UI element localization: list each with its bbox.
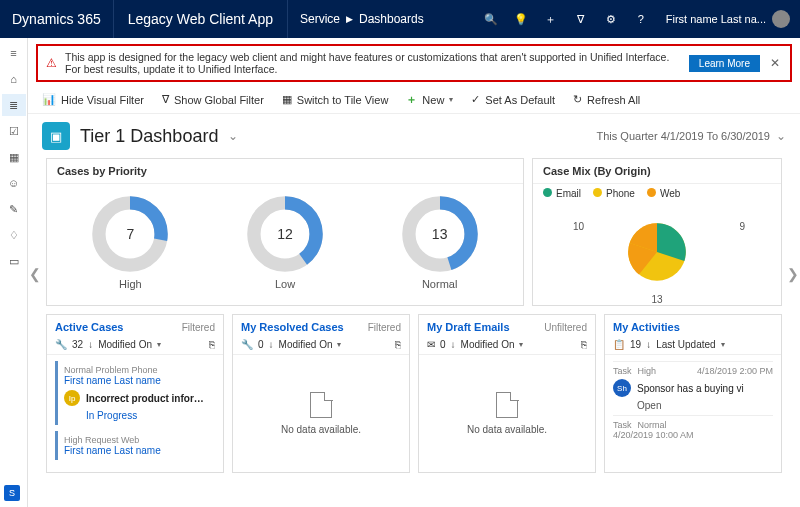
side-rail: ≡ ⌂ ≣ ☑ ▦ ☺ ✎ ♢ ▭ S bbox=[0, 38, 28, 507]
user-name: First name Last na... bbox=[666, 13, 766, 25]
no-data: No data available. bbox=[419, 355, 595, 472]
view-options-icon[interactable]: ⎘ bbox=[209, 339, 215, 350]
show-global-filter-button[interactable]: ∇Show Global Filter bbox=[162, 93, 264, 106]
brand[interactable]: Dynamics 365 bbox=[0, 0, 114, 38]
close-icon[interactable]: ✕ bbox=[768, 56, 782, 70]
top-navbar: Dynamics 365 Legacy Web Client App Servi… bbox=[0, 0, 800, 38]
chevron-down-icon[interactable]: ⌄ bbox=[228, 129, 238, 143]
avatar: Sh bbox=[613, 379, 631, 397]
wrench-icon[interactable]: 🔧 bbox=[55, 339, 67, 350]
clipboard-icon[interactable]: 📋 bbox=[613, 339, 625, 350]
app-name[interactable]: Legacy Web Client App bbox=[114, 0, 288, 38]
view-options-icon[interactable]: ⎘ bbox=[395, 339, 401, 350]
my-activities-panel: My Activities 📋19↓Last Updated▾ TaskHigh… bbox=[604, 314, 782, 473]
sort-arrow-icon[interactable]: ↓ bbox=[646, 339, 651, 350]
chart-icon: 📊 bbox=[42, 93, 56, 106]
sort-field[interactable]: Last Updated bbox=[656, 339, 716, 350]
legend: Email Phone Web bbox=[533, 184, 781, 203]
chevron-down-icon: ▾ bbox=[449, 95, 453, 104]
panel-title[interactable]: My Activities bbox=[613, 321, 680, 333]
list-item[interactable]: Normal Problem Phone First name Last nam… bbox=[55, 361, 215, 425]
legacy-warning-banner: ⚠ This app is designed for the legacy we… bbox=[36, 44, 792, 82]
chevron-down-icon[interactable]: ▾ bbox=[519, 340, 523, 349]
rail-kb-icon[interactable]: ▭ bbox=[2, 250, 26, 272]
filter-state: Filtered bbox=[182, 322, 215, 333]
breadcrumb-page[interactable]: Dashboards bbox=[359, 12, 424, 26]
panel-title[interactable]: My Resolved Cases bbox=[241, 321, 344, 333]
filter-state: Unfiltered bbox=[544, 322, 587, 333]
list-item[interactable]: TaskHigh4/18/2019 2:00 PM ShSponsor has … bbox=[613, 361, 773, 415]
sort-arrow-icon[interactable]: ↓ bbox=[88, 339, 93, 350]
sort-arrow-icon[interactable]: ↓ bbox=[269, 339, 274, 350]
rail-queues-icon[interactable]: ♢ bbox=[2, 224, 26, 246]
cases-by-priority-card: Cases by Priority 7 High 12 Low 13 Norma bbox=[46, 158, 524, 306]
rail-bottom-badge[interactable]: S bbox=[4, 485, 20, 501]
filter-state: Filtered bbox=[368, 322, 401, 333]
resolved-cases-panel: My Resolved CasesFiltered 🔧0↓Modified On… bbox=[232, 314, 410, 473]
learn-more-button[interactable]: Learn More bbox=[689, 55, 760, 72]
count: 19 bbox=[630, 339, 641, 350]
view-options-icon[interactable]: ⎘ bbox=[581, 339, 587, 350]
refresh-all-button[interactable]: ↻Refresh All bbox=[573, 93, 640, 106]
donut-low[interactable]: 12 Low bbox=[245, 194, 325, 290]
search-icon[interactable]: 🔍 bbox=[476, 0, 506, 38]
rail-contacts-icon[interactable]: ☺ bbox=[2, 172, 26, 194]
scroll-left-button[interactable]: ❮ bbox=[28, 244, 44, 304]
draft-emails-panel: My Draft EmailsUnfiltered ✉0↓Modified On… bbox=[418, 314, 596, 473]
pie-chart[interactable]: 9 10 13 bbox=[533, 203, 781, 305]
switch-tile-view-button[interactable]: ▦Switch to Tile View bbox=[282, 93, 389, 106]
sort-field[interactable]: Modified On bbox=[461, 339, 515, 350]
chevron-down-icon[interactable]: ▾ bbox=[157, 340, 161, 349]
scroll-right-button[interactable]: ❯ bbox=[784, 244, 800, 304]
hide-visual-filter-button[interactable]: 📊Hide Visual Filter bbox=[42, 93, 144, 106]
sort-arrow-icon[interactable]: ↓ bbox=[451, 339, 456, 350]
document-icon bbox=[496, 392, 518, 418]
pie-label-phone: 13 bbox=[651, 294, 662, 305]
user-menu[interactable]: First name Last na... bbox=[656, 0, 800, 38]
rail-menu-icon[interactable]: ≡ bbox=[2, 42, 26, 64]
case-mix-card: Case Mix (By Origin) Email Phone Web bbox=[532, 158, 782, 306]
filter-icon[interactable]: ∇ bbox=[566, 0, 596, 38]
donut-normal[interactable]: 13 Normal bbox=[400, 194, 480, 290]
rail-accounts-icon[interactable]: ▦ bbox=[2, 146, 26, 168]
panel-title[interactable]: My Draft Emails bbox=[427, 321, 510, 333]
count: 0 bbox=[440, 339, 446, 350]
rail-activities-icon[interactable]: ☑ bbox=[2, 120, 26, 142]
mail-icon[interactable]: ✉ bbox=[427, 339, 435, 350]
chevron-down-icon[interactable]: ▾ bbox=[337, 340, 341, 349]
rail-home-icon[interactable]: ⌂ bbox=[2, 68, 26, 90]
settings-icon[interactable]: ⚙ bbox=[596, 0, 626, 38]
help-icon[interactable]: ? bbox=[626, 0, 656, 38]
breadcrumb-area[interactable]: Service bbox=[300, 12, 340, 26]
rail-cases-icon[interactable]: ✎ bbox=[2, 198, 26, 220]
donut-high[interactable]: 7 High bbox=[90, 194, 170, 290]
list-item[interactable]: TaskNormal 4/20/2019 10:00 AM bbox=[613, 415, 773, 444]
add-icon[interactable]: ＋ bbox=[536, 0, 566, 38]
warning-icon: ⚠ bbox=[46, 56, 57, 70]
avatar bbox=[772, 10, 790, 28]
sort-field[interactable]: Modified On bbox=[98, 339, 152, 350]
active-cases-panel: Active CasesFiltered 🔧32↓Modified On▾⎘ N… bbox=[46, 314, 224, 473]
page-title[interactable]: Tier 1 Dashboard bbox=[80, 126, 218, 147]
avatar: Ip bbox=[64, 390, 80, 406]
dashboard-title-bar: ▣ Tier 1 Dashboard ⌄ This Quarter 4/1/20… bbox=[28, 114, 800, 154]
set-default-button[interactable]: ✓Set As Default bbox=[471, 93, 555, 106]
pie-label-email: 9 bbox=[739, 221, 745, 232]
sort-field[interactable]: Modified On bbox=[279, 339, 333, 350]
date-range-picker[interactable]: This Quarter 4/1/2019 To 6/30/2019⌄ bbox=[597, 129, 786, 143]
new-button[interactable]: ＋New▾ bbox=[406, 92, 453, 107]
rail-dashboard-icon[interactable]: ≣ bbox=[2, 94, 26, 116]
tiles-icon: ▦ bbox=[282, 93, 292, 106]
wrench-icon[interactable]: 🔧 bbox=[241, 339, 253, 350]
breadcrumb[interactable]: Service ▶ Dashboards bbox=[288, 0, 436, 38]
document-icon bbox=[310, 392, 332, 418]
chevron-down-icon: ⌄ bbox=[776, 129, 786, 143]
card-title: Cases by Priority bbox=[47, 159, 523, 184]
list-item[interactable]: High Request Web First name Last name bbox=[55, 431, 215, 460]
panel-title[interactable]: Active Cases bbox=[55, 321, 124, 333]
dashboard-badge-icon: ▣ bbox=[42, 122, 70, 150]
no-data: No data available. bbox=[233, 355, 409, 472]
assistant-icon[interactable]: 💡 bbox=[506, 0, 536, 38]
chevron-right-icon: ▶ bbox=[346, 14, 353, 24]
chevron-down-icon[interactable]: ▾ bbox=[721, 340, 725, 349]
